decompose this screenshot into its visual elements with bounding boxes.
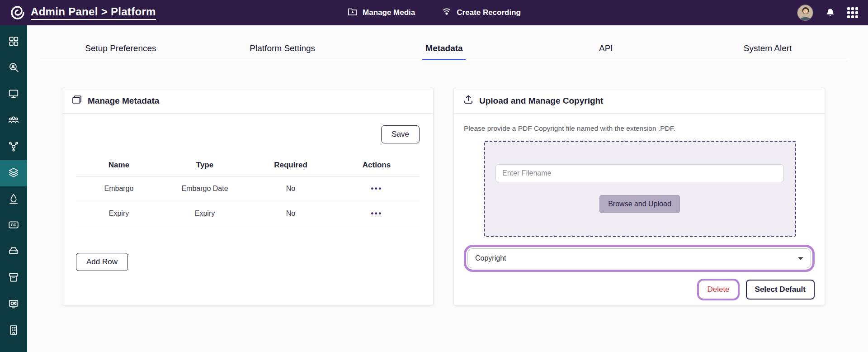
topbar: Admin Panel > Platform Manage Media Crea… [0,0,868,25]
metadata-cards-icon [71,94,82,107]
sidebar-item-layers[interactable] [0,160,27,186]
copyright-select-highlight: Copyright [464,245,815,272]
svg-text:CC: CC [11,223,16,227]
archive-box-icon [8,272,19,285]
ink-drop-icon [8,193,19,206]
tab-system-alert[interactable]: System Alert [687,39,849,60]
cell-type: Embargo Date [162,176,248,201]
storage-drive-icon [8,246,19,258]
tab-api[interactable]: API [525,39,687,60]
copyright-header: Upload and Manage Copyright [454,88,825,114]
sidebar-item-user-search[interactable] [0,55,27,81]
chevron-down-icon [798,257,803,260]
recording-broadcast-icon [441,6,452,19]
cell-name: Expiry [76,201,162,226]
topbar-actions: Manage Media Create Recording [347,0,521,25]
dashboard-icon [8,36,19,48]
metadata-table-header-row: Name Type Required Actions [76,155,420,176]
users-group-icon [8,114,19,127]
sidebar-item-archive[interactable] [0,265,27,291]
metadata-table: Name Type Required Actions Embargo Embar… [76,155,420,226]
cell-required: No [248,201,334,226]
upload-dropzone[interactable]: Browse and Upload [484,141,796,237]
topbar-right [797,5,858,21]
cell-name: Embargo [76,176,162,201]
col-header-actions: Actions [334,155,420,176]
media-folder-icon [347,6,358,19]
sidebar: CC [0,25,27,352]
sidebar-item-dashboard[interactable] [0,29,27,55]
tab-bar: Setup Preferences Platform Settings Meta… [40,39,849,60]
copyright-type-select-value: Copyright [475,254,506,262]
page-title: Admin Panel > Platform [31,5,156,20]
manage-metadata-header: Manage Metadata [62,88,433,114]
manage-metadata-title: Manage Metadata [88,96,159,106]
row-actions-menu-icon[interactable]: ••• [371,209,382,218]
add-row-button[interactable]: Add Row [76,253,128,271]
copyright-body: Please provide a PDF Copyright file name… [454,114,825,300]
sidebar-item-monitor[interactable] [0,81,27,108]
delete-button-highlight: Delete [697,279,739,300]
manage-media-button[interactable]: Manage Media [347,6,415,19]
layers-icon [8,167,19,180]
logo-swirl-icon[interactable] [10,5,25,20]
integrations-gear-icon [8,141,19,153]
sidebar-item-integrations[interactable] [0,134,27,160]
table-row: Expiry Expiry No ••• [76,201,420,226]
cell-required: No [248,176,334,201]
copyright-title: Upload and Manage Copyright [479,96,603,106]
cards-row: Manage Metadata Save Name Type Required … [62,88,825,305]
manage-media-label: Manage Media [363,8,415,17]
col-header-type: Type [162,155,248,176]
col-header-name: Name [76,155,162,176]
bell-icon[interactable] [825,8,835,18]
closed-captions-icon: CC [8,219,19,232]
manage-metadata-body: Save Name Type Required Actions Embargo [62,114,433,305]
save-button[interactable]: Save [381,125,420,143]
tab-platform-settings[interactable]: Platform Settings [202,39,363,60]
copyright-type-select[interactable]: Copyright [467,248,811,268]
manage-metadata-card: Manage Metadata Save Name Type Required … [62,88,434,305]
sidebar-item-organization[interactable] [0,318,27,344]
avatar[interactable] [797,5,813,21]
table-row: Embargo Embargo Date No ••• [76,176,420,201]
copyright-card: Upload and Manage Copyright Please provi… [453,88,825,305]
sidebar-item-branding[interactable] [0,186,27,213]
copyright-instruction: Please provide a PDF Copyright file name… [464,124,815,133]
filename-input[interactable] [495,164,784,182]
main-content: Setup Preferences Platform Settings Meta… [27,25,868,352]
upload-tray-icon [463,94,474,107]
monitor-icon [8,88,19,101]
screen-recorder-icon [8,298,19,311]
brand: Admin Panel > Platform [10,5,156,20]
create-recording-button[interactable]: Create Recording [441,6,521,19]
col-header-required: Required [248,155,334,176]
sidebar-item-users-group[interactable] [0,108,27,134]
sidebar-item-captions[interactable]: CC [0,213,27,239]
building-icon [8,324,19,337]
sidebar-item-storage[interactable] [0,239,27,265]
row-actions-menu-icon[interactable]: ••• [371,184,382,193]
select-default-button[interactable]: Select Default [746,280,815,300]
tab-setup-preferences[interactable]: Setup Preferences [40,39,202,60]
user-search-icon [8,62,19,75]
delete-button[interactable]: Delete [700,281,736,298]
create-recording-label: Create Recording [457,8,521,17]
tab-metadata[interactable]: Metadata [363,39,525,60]
cell-type: Expiry [162,201,248,226]
copyright-actions-row: Delete Select Default [464,279,815,300]
browse-upload-button[interactable]: Browse and Upload [599,195,680,213]
apps-grid-icon[interactable] [847,7,858,18]
sidebar-item-screen-recorder[interactable] [0,291,27,318]
